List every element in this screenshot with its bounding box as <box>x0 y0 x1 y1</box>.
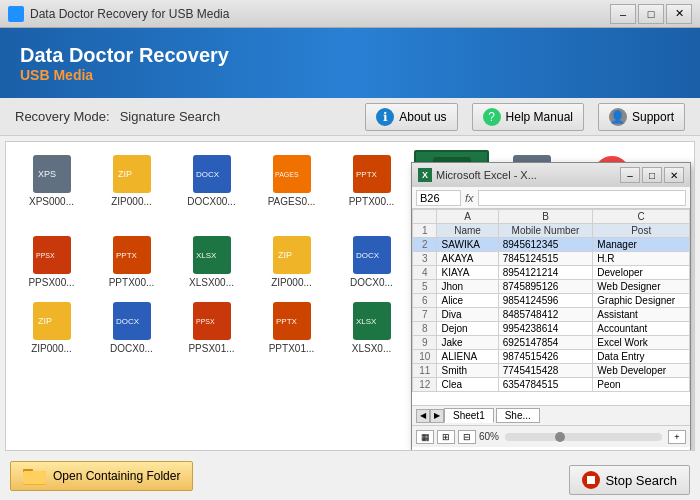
formula-input[interactable] <box>478 190 686 206</box>
app-icon <box>8 6 24 22</box>
cell-post: Manager <box>593 238 690 252</box>
col-mobile-header: Mobile Number <box>498 224 593 238</box>
cell-post: Excel Work <box>593 336 690 350</box>
open-containing-folder-button[interactable]: Open Containing Folder <box>10 461 193 491</box>
svg-text:XLSX: XLSX <box>356 317 377 326</box>
view-page-btn[interactable]: ⊟ <box>458 430 476 444</box>
row-num: 5 <box>413 280 437 294</box>
row-num: 11 <box>413 364 437 378</box>
table-row[interactable]: 8 Dejon 9954238614 Accountant <box>413 322 690 336</box>
file-item[interactable]: PPTX PPTX00... <box>334 150 409 226</box>
stop-search-button[interactable]: Stop Search <box>569 465 690 495</box>
excel-maximize-button[interactable]: □ <box>642 167 662 183</box>
file-item[interactable]: DOCX DOCX0... <box>94 297 169 358</box>
col-name-header: Name <box>437 224 498 238</box>
file-label: PAGES0... <box>268 196 316 207</box>
docx-icon: DOCX <box>352 235 392 275</box>
table-row[interactable]: 2 SAWIKA 8945612345 Manager <box>413 238 690 252</box>
file-label: ZIP000... <box>31 343 72 354</box>
file-item[interactable]: ZIP ZIP000... <box>14 297 89 358</box>
cell-name: KIAYA <box>437 266 498 280</box>
cell-mobile: 8485748412 <box>498 308 593 322</box>
stop-icon <box>582 471 600 489</box>
excel-statusbar: ▦ ⊞ ⊟ 60% + <box>412 425 690 447</box>
cell-mobile: 9854124596 <box>498 294 593 308</box>
table-row[interactable]: 4 KIAYA 8954121214 Developer <box>413 266 690 280</box>
svg-rect-46 <box>23 471 46 484</box>
file-item[interactable]: PPTX PPTX00... <box>94 231 169 292</box>
col-header-b: B <box>498 210 593 224</box>
table-row[interactable]: 12 Clea 6354784515 Peon <box>413 378 690 392</box>
row-num: 6 <box>413 294 437 308</box>
svg-text:PAGES: PAGES <box>275 171 299 178</box>
support-button[interactable]: 👤 Support <box>598 103 685 131</box>
minimize-button[interactable]: – <box>610 4 636 24</box>
about-us-button[interactable]: ℹ About us <box>365 103 457 131</box>
zoom-level: 60% <box>479 431 499 442</box>
table-row[interactable]: 5 Jhon 8745895126 Web Designer <box>413 280 690 294</box>
col-header-a: A <box>437 210 498 224</box>
sheet-tab-2[interactable]: She... <box>496 408 540 423</box>
close-button[interactable]: ✕ <box>666 4 692 24</box>
excel-table-container[interactable]: A B C 1 Name Mobile Number Post 2 SAWIKA… <box>412 209 690 405</box>
view-normal-btn[interactable]: ▦ <box>416 430 434 444</box>
sheet-tab-left[interactable]: ◀ <box>416 409 430 423</box>
cell-reference-input[interactable] <box>416 190 461 206</box>
table-row[interactable]: 3 AKAYA 7845124515 H.R <box>413 252 690 266</box>
zoom-in-btn[interactable]: + <box>668 430 686 444</box>
maximize-button[interactable]: □ <box>638 4 664 24</box>
file-item[interactable]: XLSX XLSX0... <box>334 297 409 358</box>
file-label: ZIP000... <box>271 277 312 288</box>
zoom-slider[interactable] <box>505 433 662 441</box>
row-num: 7 <box>413 308 437 322</box>
file-item[interactable]: PPSX PPSX00... <box>14 231 89 292</box>
svg-text:PPSX: PPSX <box>196 318 215 325</box>
file-item[interactable]: PAGES PAGES0... <box>254 150 329 226</box>
table-row[interactable]: 6 Alice 9854124596 Graphic Designer <box>413 294 690 308</box>
excel-close-button[interactable]: ✕ <box>664 167 684 183</box>
file-item[interactable]: XLSX XLSX00... <box>174 231 249 292</box>
svg-text:XLSX: XLSX <box>196 251 217 260</box>
cell-mobile: 8745895126 <box>498 280 593 294</box>
support-icon: 👤 <box>609 108 627 126</box>
file-item[interactable]: DOCX DOCX0... <box>334 231 409 292</box>
xlsx-icon: XLSX <box>352 301 392 341</box>
sheet-tab-right[interactable]: ▶ <box>430 409 444 423</box>
cell-mobile: 6925147854 <box>498 336 593 350</box>
bottom-panel: Open Containing Folder Stop Search (3.66… <box>0 456 700 500</box>
table-row[interactable]: 9 Jake 6925147854 Excel Work <box>413 336 690 350</box>
excel-table-body: 2 SAWIKA 8945612345 Manager 3 AKAYA 7845… <box>413 238 690 392</box>
cell-name: Smith <box>437 364 498 378</box>
svg-text:ZIP: ZIP <box>118 169 132 179</box>
file-item[interactable]: ZIP ZIP000... <box>254 231 329 292</box>
main-content: XPS XPS000... ZIP ZIP000... DOCX DOCX00.… <box>5 141 695 451</box>
cell-post: Developer <box>593 266 690 280</box>
file-item[interactable]: ZIP ZIP000... <box>94 150 169 226</box>
excel-titlebar: X Microsoft Excel - X... – □ ✕ <box>412 163 690 187</box>
excel-table: A B C 1 Name Mobile Number Post 2 SAWIKA… <box>412 209 690 392</box>
cell-post: Peon <box>593 378 690 392</box>
table-row[interactable]: 7 Diva 8485748412 Assistant <box>413 308 690 322</box>
title-bar: Data Doctor Recovery for USB Media – □ ✕ <box>0 0 700 28</box>
file-label: DOCX0... <box>110 343 153 354</box>
svg-rect-0 <box>10 8 22 20</box>
excel-minimize-button[interactable]: – <box>620 167 640 183</box>
pptx-icon: PPTX <box>272 301 312 341</box>
file-item[interactable]: PPSX PPSX01... <box>174 297 249 358</box>
file-item[interactable]: PPTX PPTX01... <box>254 297 329 358</box>
app-title-line2: USB Media <box>20 67 229 83</box>
cell-mobile: 9874515426 <box>498 350 593 364</box>
file-item[interactable]: XPS XPS000... <box>14 150 89 226</box>
help-manual-button[interactable]: ? Help Manual <box>472 103 584 131</box>
file-item[interactable]: DOCX DOCX00... <box>174 150 249 226</box>
sheet-tab-1[interactable]: Sheet1 <box>444 408 494 423</box>
cell-name: SAWIKA <box>437 238 498 252</box>
help-icon: ? <box>483 108 501 126</box>
view-layout-btn[interactable]: ⊞ <box>437 430 455 444</box>
docx-icon: DOCX <box>112 301 152 341</box>
svg-text:ZIP: ZIP <box>278 250 292 260</box>
cell-post: H.R <box>593 252 690 266</box>
table-row[interactable]: 11 Smith 7745415428 Web Developer <box>413 364 690 378</box>
cell-name: Jake <box>437 336 498 350</box>
table-row[interactable]: 10 ALIENA 9874515426 Data Entry <box>413 350 690 364</box>
